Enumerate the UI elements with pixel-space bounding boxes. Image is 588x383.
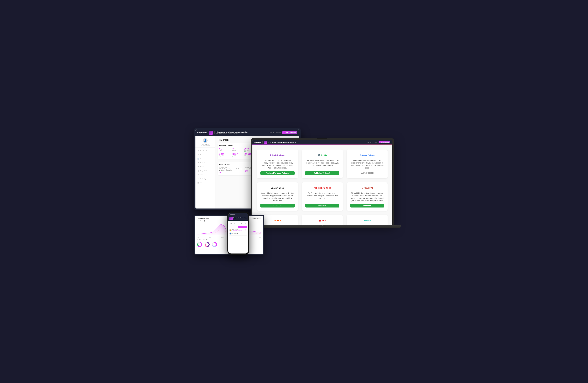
spotify-desc: Captivate automatically submits your pod… xyxy=(305,159,339,170)
google-submit-btn[interactable]: Submit Podcast xyxy=(350,171,384,175)
sidebar-item-collections[interactable]: ⊛ Collections xyxy=(195,161,215,165)
dashboard-icon: ⊞ xyxy=(197,150,199,152)
ep-item-0: 11 January 2021 Why We Stopped Repurposi… xyxy=(219,167,244,174)
stat-today-value: 61 xyxy=(219,148,231,150)
dist-card-playerfm: ▶ PlayerFM Player FM is the multi-platfo… xyxy=(347,182,388,211)
phone-show-bar: The Podcast Accelerator - Design, Launch… xyxy=(228,216,248,221)
sign-out-link[interactable]: Sign Out xyxy=(206,145,210,146)
donut-apple: Apple xyxy=(197,241,203,250)
laptop-myshows[interactable]: ▦ My Shows xyxy=(370,142,377,143)
sidebar-item-analytics[interactable]: 📊 Analytics xyxy=(195,157,215,161)
stat-90days: 24,937 Last 90 Days +6% xyxy=(231,153,243,157)
stat-28days-value: 6,187 xyxy=(219,153,231,155)
gaana-logo: g gaana xyxy=(318,218,326,223)
sidebar-item-library[interactable]: ▣ Library xyxy=(195,181,215,185)
playerfm-logo: ▶ PlayerFM xyxy=(362,186,373,190)
distribution-grid: 🎙 Apple Podcasts The main directory with… xyxy=(252,145,392,225)
dist-card-google: 🎙 Google Podcasts Google Podcasts is Goo… xyxy=(347,149,388,178)
dist-card-spotify: 🎵 Spotify Captivate automatically submit… xyxy=(302,149,343,178)
laptop-base xyxy=(244,225,401,228)
stat-28days: 6,187 Last 28 Days +32% xyxy=(219,153,231,157)
my-shows-button[interactable]: ▦ My Shows xyxy=(273,132,281,133)
phone-team-member-1: 👤 Ed Townend xyxy=(229,232,247,235)
phone-nav-icon-2[interactable]: ≡ xyxy=(234,223,235,224)
google-desc: Google Podcasts is Google's podcast dire… xyxy=(350,159,384,169)
podcast-index-submit-btn[interactable]: Submitted xyxy=(305,204,339,208)
dist-card-gaana: g gaana xyxy=(302,215,343,225)
help-icon: ? xyxy=(268,132,268,133)
publish-episode-button[interactable]: Publish Episode xyxy=(282,131,297,134)
how-they-listen-label: How They Listen ⓘ xyxy=(197,239,217,241)
avatar: 👤 xyxy=(203,138,208,143)
distribution-icon: ⊕ xyxy=(197,166,199,168)
apple-submit-btn[interactable]: Published To Apple Podcasts xyxy=(260,171,294,175)
amazon-submit-btn[interactable]: Submitted xyxy=(260,204,294,208)
scene: Listener Behaviour Last 30 Days ▼ Daily … xyxy=(194,128,394,255)
sidebar-label-player-style: Player Style xyxy=(200,170,208,172)
sidebar-item-episodes[interactable]: ≡ Episodes xyxy=(195,153,215,156)
podcast-index-desc: The Podcast Index is an open project to … xyxy=(305,192,339,202)
nav-actions: ? Help ▦ My Shows Publish Episode xyxy=(268,131,297,134)
marketing-icon: ◈ xyxy=(197,178,199,180)
sidebar-label-collections: Collections xyxy=(200,162,207,164)
sidebar-username: Mark Asquith xyxy=(197,144,214,145)
phone-nav-icon-4[interactable]: ⊛ xyxy=(241,223,242,224)
shows-icon: ▦ xyxy=(273,132,274,133)
sidebar-item-website[interactable]: □ Website xyxy=(195,173,215,176)
phone-content: ⊞ ≡ ● ⊛ ⊕ Podcast Team Add Team Member 😊… xyxy=(228,221,248,254)
greeting: Hey, Mark xyxy=(218,139,229,141)
sidebar-label-website: Website xyxy=(200,174,205,176)
playerfm-submit-btn[interactable]: Submitted xyxy=(350,204,384,208)
player-style-icon: ◎ xyxy=(197,170,199,172)
dist-card-saavn: JioSaavn xyxy=(347,215,388,225)
sidebar-label-distribution: Distribution xyxy=(200,166,207,168)
nav-show-links: Edit Show Settings | Copy RSS Feed URL xyxy=(216,133,266,134)
sidebar-label-episodes: Episodes xyxy=(200,154,206,156)
phone-team-member-0: 😊 Sam Higham ✓ View & Manage Access ✓ xyxy=(229,229,247,232)
sidebar-item-player-style[interactable]: ◎ Player Style xyxy=(195,169,215,172)
nav-bar: Captivate The Podcast Accelerator - Desi… xyxy=(195,129,299,136)
stat-yesterday: 77 Yesterday xyxy=(231,148,243,152)
phone-nav-icon-3[interactable]: ● xyxy=(237,223,238,224)
sidebar-item-distribution[interactable]: ⊕ Distribution xyxy=(195,165,215,169)
phone-show-title: The Podcast Accelerator - Design, Launch… xyxy=(233,217,247,219)
sidebar-label-library: Library xyxy=(200,182,204,184)
downloads-title: Downloads Overview xyxy=(219,145,255,146)
saavn-logo: JioSaavn xyxy=(363,218,371,223)
stat-yesterday-value: 77 xyxy=(231,148,243,150)
sidebar-item-marketing[interactable]: ◈ Marketing xyxy=(195,177,215,180)
phone-add-member-btn[interactable]: Add Team Member xyxy=(238,226,247,228)
analytics-filter[interactable]: Last 30 Days ▼ xyxy=(252,217,261,219)
spotify-submit-btn[interactable]: Published To Spotify xyxy=(305,171,339,175)
phone-nav-icon-5[interactable]: ⊕ xyxy=(245,223,246,224)
copy-rss-link[interactable]: Copy RSS Feed URL xyxy=(227,133,238,134)
phone-member-toggle-0[interactable]: ✓ xyxy=(245,229,247,231)
phone-team-section: Podcast Team Add Team Member xyxy=(229,226,247,228)
spotify-logo: 🎵 Spotify xyxy=(318,153,327,157)
phone-member-action-0[interactable]: ✓ View & Manage Access xyxy=(232,230,245,231)
dist-card-apple: 🎙 Apple Podcasts The main directory with… xyxy=(257,149,298,178)
my-account-link[interactable]: My Account xyxy=(201,145,206,146)
ep-count-0: 257 xyxy=(219,172,244,174)
phone-device: Captivate The Podcast Accelerator - Desi… xyxy=(228,212,249,255)
help-button[interactable]: ? Help xyxy=(268,132,272,133)
podcast-index-logo: PODCAST ((•)) INDEX xyxy=(314,186,331,190)
phone-nav-icon-1[interactable]: ⊞ xyxy=(231,223,232,224)
analytics-icon: 📊 xyxy=(197,158,199,160)
sidebar: 👤 Mark Asquith My Account Sign Out ⊞ Das… xyxy=(195,136,215,209)
ep-title-0: Why We Stopped Repurposing The Podcast A… xyxy=(219,168,244,171)
stat-yesterday-label: Yesterday xyxy=(231,150,243,151)
sidebar-user-links: My Account Sign Out xyxy=(197,145,214,146)
edit-settings-link[interactable]: Edit Show Settings xyxy=(216,133,226,134)
collections-icon: ⊛ xyxy=(197,162,199,164)
phone-team-title: Podcast Team xyxy=(229,227,236,228)
laptop-help[interactable]: ? Help xyxy=(366,142,369,143)
laptop-device: Captivate The Podcast Accelerator - Desi… xyxy=(251,138,394,232)
sidebar-item-dashboard[interactable]: ⊞ Dashboard xyxy=(195,149,215,152)
phone-notch xyxy=(236,212,241,213)
phone-nav: Captivate xyxy=(228,213,248,216)
nav-logo: Captivate xyxy=(197,132,207,134)
laptop-publish-btn[interactable]: Publish Episode xyxy=(378,141,390,143)
phone-show-thumb xyxy=(229,217,232,220)
ep-date-0: 11 January 2021 xyxy=(219,167,244,168)
